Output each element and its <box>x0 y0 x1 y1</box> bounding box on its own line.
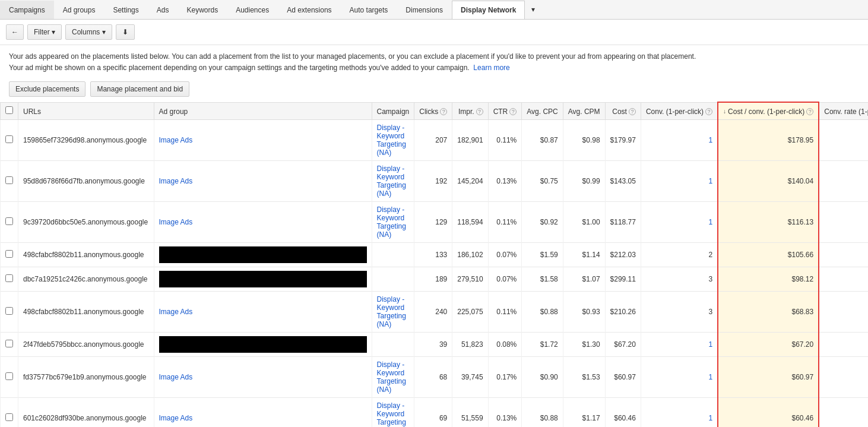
select-all-header[interactable] <box>1 102 18 119</box>
row-conv-3: 2 <box>641 242 718 267</box>
tab-audiences[interactable]: Audiences <box>227 1 278 19</box>
exclude-placements-button[interactable]: Exclude placements <box>9 81 85 97</box>
adgroup-link-8[interactable]: Image Ads <box>159 414 193 422</box>
tab-campaigns[interactable]: Campaigns <box>0 1 54 19</box>
row-adgroup-5: Image Ads <box>154 291 372 332</box>
adgroup-link-7[interactable]: Image Ads <box>159 373 193 381</box>
tab-keywords[interactable]: Keywords <box>178 1 227 19</box>
col-header-ctr[interactable]: CTR ? <box>488 102 522 119</box>
conv-link-8[interactable]: 1 <box>708 414 712 422</box>
row-adgroup-2: Image Ads <box>154 201 372 242</box>
tab-display-network[interactable]: Display Network <box>452 1 525 19</box>
row-avg_cpc-6: $1.72 <box>522 332 563 356</box>
row-avg_cpc-2: $0.92 <box>522 201 563 242</box>
col-header-cost-conv[interactable]: ↓ Cost / conv. (1-per-click) ? <box>718 102 819 119</box>
tab-ads[interactable]: Ads <box>148 1 178 19</box>
tab-ad-extensions[interactable]: Ad extensions <box>278 1 340 19</box>
campaign-link-0[interactable]: Display - Keyword Targeting (NA) <box>377 124 406 157</box>
row-checkbox-2[interactable] <box>5 217 13 225</box>
conv-link-7[interactable]: 1 <box>708 373 712 381</box>
download-button[interactable]: ⬇ <box>116 24 135 40</box>
row-cost-conv-2: $116.13 <box>718 201 819 242</box>
col-header-cost[interactable]: Cost ? <box>605 102 641 119</box>
row-checkbox-1[interactable] <box>5 176 13 184</box>
sort-arrow-icon: ↓ <box>723 108 726 115</box>
conv-link-0[interactable]: 1 <box>708 136 712 144</box>
row-avg_cpm-7: $1.53 <box>563 356 605 397</box>
tab-auto-targets[interactable]: Auto targets <box>341 1 397 19</box>
col-header-campaign: Campaign <box>372 102 414 119</box>
row-checkbox-6[interactable] <box>5 340 13 347</box>
row-ctr-2: 0.11% <box>488 201 522 242</box>
row-adgroup-3 <box>154 242 372 267</box>
row-conv-rate-2: 0.79% <box>819 201 868 242</box>
row-checkbox-cell <box>1 356 18 397</box>
row-conv-8: 1 <box>641 397 718 427</box>
row-impr-5: 225,075 <box>452 291 488 332</box>
top-nav: Campaigns Ad groups Settings Ads Keyword… <box>0 0 868 20</box>
row-adgroup-1: Image Ads <box>154 160 372 201</box>
row-avg_cpc-3: $1.59 <box>522 242 563 267</box>
tab-adgroups[interactable]: Ad groups <box>54 1 104 19</box>
row-checkbox-4[interactable] <box>5 274 13 282</box>
more-tabs-button[interactable]: ▾ <box>525 0 541 19</box>
filter-button[interactable]: Filter ▾ <box>27 24 62 40</box>
col-header-avg-cpm[interactable]: Avg. CPM <box>563 102 605 119</box>
columns-button[interactable]: Columns ▾ <box>65 24 112 40</box>
table-row: 498cfabcf8802b11.anonymous.googleImage A… <box>1 291 869 332</box>
campaign-link-7[interactable]: Display - Keyword Targeting (NA) <box>377 360 406 394</box>
adgroup-link-0[interactable]: Image Ads <box>159 136 193 144</box>
table-row: 159865ef73296d98.anonymous.googleImage A… <box>1 119 869 160</box>
adgroup-link-1[interactable]: Image Ads <box>159 177 193 185</box>
col-header-clicks[interactable]: Clicks ? <box>414 102 452 119</box>
row-avg_cpc-8: $0.88 <box>522 397 563 427</box>
row-checkbox-5[interactable] <box>5 307 13 315</box>
select-all-checkbox[interactable] <box>5 106 13 114</box>
conv-link-1[interactable]: 1 <box>708 177 712 185</box>
manage-placement-button[interactable]: Manage placement and bid <box>90 81 189 97</box>
col-header-avg-cpc[interactable]: Avg. CPC <box>522 102 563 119</box>
row-avg_cpm-2: $1.00 <box>563 201 605 242</box>
tab-settings[interactable]: Settings <box>104 1 147 19</box>
row-conv-rate-6: 2.56% <box>819 332 868 356</box>
cost-help-icon[interactable]: ? <box>629 108 636 115</box>
row-cost-0: $179.97 <box>605 119 641 160</box>
col-header-conv[interactable]: Conv. (1-per-click) ? <box>641 102 718 119</box>
conv-help-icon[interactable]: ? <box>705 108 712 115</box>
cost-conv-help-icon[interactable]: ? <box>806 108 813 115</box>
row-url-3: 498cfabcf8802b11.anonymous.google <box>18 242 154 267</box>
row-clicks-1: 192 <box>414 160 452 201</box>
campaign-link-5[interactable]: Display - Keyword Targeting (NA) <box>377 295 406 328</box>
col-header-conv-rate[interactable]: Conv. rate (1-per-click) ? <box>819 102 868 119</box>
row-checkbox-0[interactable] <box>5 135 13 143</box>
row-checkbox-3[interactable] <box>5 250 13 258</box>
back-button[interactable]: ← <box>6 24 24 40</box>
conv-link-6[interactable]: 1 <box>708 340 712 349</box>
col-header-url: URLs <box>18 102 154 119</box>
adgroup-link-5[interactable]: Image Ads <box>159 308 193 316</box>
campaign-link-2[interactable]: Display - Keyword Targeting (NA) <box>377 205 406 239</box>
learn-more-link[interactable]: Learn more <box>473 64 509 72</box>
adgroup-link-2[interactable]: Image Ads <box>159 218 193 226</box>
row-ctr-0: 0.11% <box>488 119 522 160</box>
clicks-help-icon[interactable]: ? <box>440 108 447 115</box>
row-url-1: 95d8d6786f66d7fb.anonymous.google <box>18 160 154 201</box>
tab-dimensions[interactable]: Dimensions <box>397 1 452 19</box>
impr-help-icon[interactable]: ? <box>476 108 483 115</box>
campaign-link-1[interactable]: Display - Keyword Targeting (NA) <box>377 165 406 198</box>
table-row: fd37577bc679e1b9.anonymous.googleImage A… <box>1 356 869 397</box>
row-campaign-4 <box>372 267 414 291</box>
row-avg_cpc-4: $1.58 <box>522 267 563 291</box>
ctr-help-icon[interactable]: ? <box>509 108 517 115</box>
row-campaign-1: Display - Keyword Targeting (NA) <box>372 160 414 201</box>
row-campaign-2: Display - Keyword Targeting (NA) <box>372 201 414 242</box>
row-conv-rate-5: 1.27% <box>819 291 868 332</box>
row-checkbox-7[interactable] <box>5 372 13 380</box>
row-conv-rate-8: 1.45% <box>819 397 868 427</box>
row-checkbox-8[interactable] <box>5 413 13 421</box>
conv-link-2[interactable]: 1 <box>708 218 712 226</box>
campaign-link-8[interactable]: Display - Keyword Targeting (NA) <box>377 401 406 427</box>
action-bar: Exclude placements Manage placement and … <box>0 77 868 102</box>
col-header-impr[interactable]: Impr. ? <box>452 102 488 119</box>
row-conv-2: 1 <box>641 201 718 242</box>
